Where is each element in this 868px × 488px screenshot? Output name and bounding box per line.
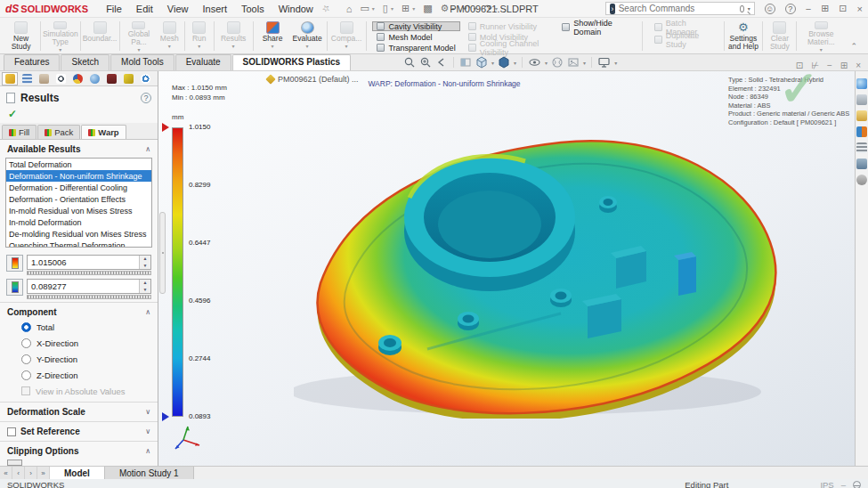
units-selector[interactable]: IPS <box>820 480 833 488</box>
list-item[interactable]: Quenching Thermal Deformation <box>6 240 151 248</box>
print-icon[interactable]: ▩ <box>423 3 432 14</box>
pane-settings-icon[interactable] <box>856 175 867 185</box>
collapse-chevron-icon[interactable]: ∧ <box>145 145 150 153</box>
view-orientation-icon[interactable] <box>475 56 488 69</box>
max-spinner[interactable]: ▲▼ <box>139 256 150 269</box>
custom-properties-icon[interactable] <box>856 142 867 153</box>
expand-chevron-icon[interactable]: ∨ <box>145 427 150 435</box>
account-icon[interactable]: ☺ <box>765 4 775 14</box>
min-value-slider[interactable] <box>27 295 151 299</box>
run-button[interactable]: Run▾ <box>187 19 212 53</box>
display-style-icon[interactable] <box>498 56 510 69</box>
sync-tab[interactable] <box>137 72 153 85</box>
tab-mold-tools[interactable]: Mold Tools <box>110 54 174 70</box>
tab-sketch[interactable]: Sketch <box>61 54 110 70</box>
list-item[interactable]: In-mold Deformation <box>6 216 151 228</box>
appearances-icon[interactable] <box>856 126 867 137</box>
set-reference-checkbox[interactable] <box>7 427 16 436</box>
settings-help-button[interactable]: ⚙Settings and Help <box>726 19 760 53</box>
restore-button[interactable]: ⊡ <box>839 3 847 14</box>
graphics-viewport[interactable]: PM009621 (Default) ... WARP: Deformation… <box>158 71 855 466</box>
menu-edit[interactable]: Edit <box>129 2 160 16</box>
menu-window[interactable]: Window <box>272 2 320 16</box>
save-icon[interactable]: ⊞ <box>402 3 410 14</box>
first-tab-icon[interactable]: « <box>0 467 12 479</box>
search-icon[interactable] <box>740 5 744 12</box>
plastics-study-tab[interactable] <box>2 72 18 85</box>
share-button[interactable]: Share▾ <box>255 19 289 53</box>
plastics-results-tab[interactable] <box>120 72 136 85</box>
save-caret-icon[interactable]: ▾ <box>412 5 415 12</box>
list-item[interactable]: Deformation - Differential Cooling <box>6 182 151 193</box>
open-caret-icon[interactable]: ▾ <box>391 5 393 12</box>
search-input[interactable] <box>619 4 736 13</box>
compare-button[interactable]: Compa...▾ <box>329 19 363 53</box>
forum-icon[interactable] <box>856 159 867 169</box>
runner-visibility-toggle[interactable]: Runner Visibility <box>464 21 548 31</box>
resources-icon[interactable] <box>856 78 867 89</box>
legend-min-marker[interactable] <box>162 412 169 421</box>
tab-fill[interactable]: Fill <box>2 125 37 139</box>
list-item-selected[interactable]: Deformation - Non-uniform Shrinkage <box>6 170 151 182</box>
clipping-plane-button[interactable] <box>7 460 22 466</box>
view-settings-caret-icon[interactable]: ▾ <box>614 60 617 66</box>
restore-viewport-icon[interactable]: ⊞ <box>840 61 848 70</box>
clear-study-button[interactable]: Clear Study <box>765 19 794 53</box>
panel-splitter[interactable] <box>159 212 166 294</box>
hide-show-items-icon[interactable] <box>528 56 541 69</box>
search-commands-box[interactable]: › ▾ <box>605 2 755 15</box>
results-button[interactable]: Results▾ <box>216 19 251 53</box>
globe-icon[interactable] <box>853 481 861 488</box>
tab-warp[interactable]: Warp <box>81 125 126 139</box>
tab-features[interactable]: Features <box>4 54 60 70</box>
maximize-button[interactable]: ⊞ <box>821 3 829 14</box>
view-settings-icon[interactable] <box>597 56 611 69</box>
previous-view-icon[interactable] <box>435 56 448 69</box>
menu-file[interactable]: File <box>99 2 129 16</box>
pin-menu-icon[interactable]: ☆ <box>320 2 332 14</box>
show-hide-domain-button[interactable]: Show/Hide Domain <box>557 22 635 32</box>
max-scale-button[interactable] <box>6 255 23 272</box>
tab-motion-study[interactable]: Motion Study 1 <box>104 467 194 479</box>
new-window-icon[interactable]: ⊡ <box>796 61 803 70</box>
display-style-caret-icon[interactable]: ▾ <box>514 60 516 66</box>
file-explorer-icon[interactable] <box>856 110 867 121</box>
tile-window-icon[interactable]: ⊬ <box>811 61 819 70</box>
settings-icon[interactable]: ⚙ <box>441 3 450 14</box>
display-manager-tab[interactable] <box>86 72 102 85</box>
boundary-button[interactable]: Boundar... <box>83 19 118 53</box>
radio-y-direction[interactable]: Y-Direction <box>0 351 158 367</box>
help-icon[interactable]: ? <box>785 4 796 14</box>
collapse-chevron-icon[interactable]: ∧ <box>145 447 150 455</box>
clipping-options-header[interactable]: Clipping Options∧ <box>0 442 158 458</box>
component-header[interactable]: Component∧ <box>0 303 158 319</box>
model-3d[interactable] <box>294 125 792 419</box>
list-item[interactable]: Deformation - Orientation Effects <box>6 193 151 205</box>
deformation-scale-header[interactable]: Deformation Scale∨ <box>0 403 158 419</box>
close-button[interactable]: × <box>857 4 863 14</box>
zoom-area-icon[interactable] <box>419 56 432 69</box>
max-value-input[interactable] <box>27 255 151 270</box>
new-caret-icon[interactable]: ▾ <box>372 5 375 12</box>
radio-z-direction[interactable]: Z-Direction <box>0 367 158 383</box>
available-results-header[interactable]: Available Results∧ <box>0 140 158 156</box>
radio-total[interactable]: Total <box>0 319 158 335</box>
spin-down-icon[interactable]: ▼ <box>140 287 150 294</box>
search-scope-icon[interactable]: › <box>610 4 615 14</box>
legend-max-marker[interactable] <box>162 123 169 132</box>
duplicate-study-button[interactable]: Duplicate Study <box>650 35 717 45</box>
menu-tools[interactable]: Tools <box>234 2 272 16</box>
section-view-icon[interactable] <box>459 56 472 69</box>
simulation-type-button[interactable]: Simulation Type▾ <box>43 19 78 53</box>
evaluate-button[interactable]: Evaluate▾ <box>290 19 325 53</box>
minimize-button[interactable]: − <box>806 4 811 14</box>
edit-appearance-icon[interactable] <box>551 56 564 69</box>
expand-chevron-icon[interactable]: ∨ <box>145 408 150 416</box>
last-tab-icon[interactable]: » <box>37 467 50 479</box>
mesh-button[interactable]: Mesh▾ <box>157 19 183 53</box>
list-item[interactable]: Total Deformation <box>6 159 151 170</box>
tab-solidworks-plastics[interactable]: SOLIDWORKS Plastics <box>232 54 351 70</box>
tab-model[interactable]: Model <box>50 467 104 479</box>
tab-pack[interactable]: Pack <box>37 125 80 139</box>
radio-x-direction[interactable]: X-Direction <box>0 335 158 351</box>
